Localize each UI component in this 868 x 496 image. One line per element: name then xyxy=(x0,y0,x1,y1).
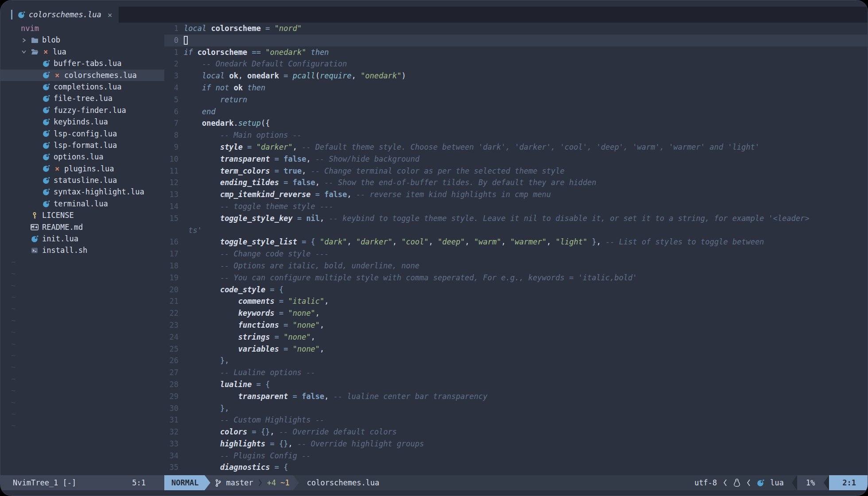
line-number: 4 xyxy=(164,82,184,94)
code-line[interactable]: 18 -- Options are italic, bold, underlin… xyxy=(164,260,868,272)
code-line[interactable]: 23 functions = "none", xyxy=(164,319,868,331)
tab-colorschemes[interactable]: colorschemes.lua × xyxy=(0,7,119,23)
tree-item-fuzzy-finder.lua[interactable]: fuzzy-finder.lua xyxy=(0,105,164,116)
chevron-right-icon[interactable] xyxy=(21,37,27,43)
line-number: 11 xyxy=(164,165,184,177)
code-line[interactable]: 16 toggle_style_list = { "dark", "darker… xyxy=(164,236,868,248)
code-line[interactable]: 24 strings = "none", xyxy=(164,331,868,343)
code-line[interactable]: 8 -- Main options -- xyxy=(164,129,868,141)
code-line-text: diagnostics = { xyxy=(184,461,868,473)
empty-line-tilde: ~ xyxy=(0,373,164,385)
code-line[interactable]: 26 }, xyxy=(164,355,868,367)
tree-item-options.lua[interactable]: options.lua xyxy=(0,151,164,163)
code-line[interactable]: 1if colorscheme == "onedark" then xyxy=(164,46,868,58)
code-line[interactable]: 10 transparent = false, -- Show/hide bac… xyxy=(164,153,868,165)
empty-line-tilde: ~ xyxy=(0,315,164,326)
empty-line-tilde: ~ xyxy=(0,338,164,350)
code-editor: 1local colorscheme = "nord"01if colorsch… xyxy=(164,23,868,475)
chevron-down-icon[interactable] xyxy=(21,49,27,55)
code-line[interactable]: 21 comments = "italic", xyxy=(164,295,868,307)
tree-item-syntax-highlight.lua[interactable]: syntax-highlight.lua xyxy=(0,186,164,198)
code-line[interactable]: 28 lualine = { xyxy=(164,379,868,391)
empty-line-tilde: ~ xyxy=(0,268,164,279)
code-line[interactable]: 29 transparent = false, -- lualine cente… xyxy=(164,391,868,403)
code-line-text: }, xyxy=(184,403,868,415)
tree-item-colorschemes.lua[interactable]: ×colorschemes.lua xyxy=(0,70,164,81)
line-number: 13 xyxy=(164,189,184,201)
code-line[interactable]: 3 local ok, onedark = pcall(require, "on… xyxy=(164,70,868,82)
lua-icon xyxy=(42,60,50,67)
line-number: 27 xyxy=(164,367,184,379)
line-number: 12 xyxy=(164,177,184,189)
lua-icon xyxy=(31,235,39,243)
code-line[interactable]: 9 style = "darker", -- Default theme sty… xyxy=(164,141,868,153)
tree-item-install.sh[interactable]: install.sh xyxy=(0,244,164,256)
line-number: 24 xyxy=(164,331,184,343)
tree-item-buffer-tabs.lua[interactable]: buffer-tabs.lua xyxy=(0,58,164,69)
code-line[interactable]: 30 }, xyxy=(164,403,868,415)
editor-cursor xyxy=(184,36,188,45)
code-line-text xyxy=(184,35,868,46)
tree-item-statusline.lua[interactable]: statusline.lua xyxy=(0,174,164,186)
line-number: 2 xyxy=(164,58,184,70)
tab-close-icon[interactable]: × xyxy=(108,10,112,19)
code-line[interactable]: 25 variables = "none", xyxy=(164,343,868,355)
code-line[interactable]: ts' xyxy=(164,225,868,236)
tree-item-plugins.lua[interactable]: ×plugins.lua xyxy=(0,163,164,174)
code-line-text: toggle_style_key = nil, -- keybind to to… xyxy=(184,213,868,225)
tree-item-lua[interactable]: ×lua xyxy=(0,46,164,58)
code-line-text: term_colors = true, -- Change terminal c… xyxy=(184,165,868,177)
code-line[interactable]: 33 highlights = {}, -- Override highligh… xyxy=(164,438,868,450)
empty-line-tilde: ~ xyxy=(0,361,164,373)
file-tree: nvimblob×luabuffer-tabs.lua×colorschemes… xyxy=(0,23,164,475)
code-line-text: style = "darker", -- Default theme style… xyxy=(184,141,868,153)
code-line[interactable]: 6 end xyxy=(164,106,868,118)
tree-item-keybinds.lua[interactable]: keybinds.lua xyxy=(0,116,164,128)
code-line[interactable]: 12 ending_tildes = false, -- Show the en… xyxy=(164,177,868,189)
tree-item-blob[interactable]: blob xyxy=(0,34,164,46)
line-number: 9 xyxy=(164,141,184,153)
line-number: 30 xyxy=(164,403,184,415)
code-line[interactable]: 34 -- Plugins Config -- xyxy=(164,450,868,462)
code-line[interactable]: 22 keywords = "none", xyxy=(164,307,868,319)
code-line[interactable]: 14 -- toggle theme style --- xyxy=(164,201,868,213)
code-line[interactable]: 15 toggle_style_key = nil, -- keybind to… xyxy=(164,213,868,225)
code-line[interactable]: 7 onedark.setup({ xyxy=(164,117,868,129)
tree-item-terminal.lua[interactable]: terminal.lua xyxy=(0,198,164,209)
code-line[interactable]: 5 return xyxy=(164,94,868,106)
tree-item-nvim[interactable]: nvim xyxy=(0,23,164,34)
code-line-text: -- Custom Highlights -- xyxy=(184,414,868,426)
code-line[interactable]: 4 if not ok then xyxy=(164,82,868,94)
code-line[interactable]: 32 colors = {}, -- Override default colo… xyxy=(164,426,868,438)
lua-icon xyxy=(42,188,50,196)
tree-item-label: statusline.lua xyxy=(54,174,117,186)
empty-line-tilde: ~ xyxy=(0,291,164,303)
tree-item-LICENSE[interactable]: LICENSE xyxy=(0,209,164,221)
code-line[interactable]: 27 -- Lualine options -- xyxy=(164,367,868,379)
tree-item-file-tree.lua[interactable]: file-tree.lua xyxy=(0,93,164,104)
code-line[interactable]: 1local colorscheme = "nord" xyxy=(164,23,868,35)
code-line[interactable]: 17 -- Change code style --- xyxy=(164,248,868,260)
chevron-left-icon xyxy=(746,478,751,487)
code-line[interactable]: 35 diagnostics = { xyxy=(164,461,868,473)
code-line[interactable]: 20 code_style = { xyxy=(164,284,868,296)
tree-item-lsp-format.lua[interactable]: lsp-format.lua xyxy=(0,140,164,151)
powerline-wedge xyxy=(792,475,797,490)
code-line-text: local ok, onedark = pcall(require, "oned… xyxy=(184,70,868,82)
code-line[interactable]: 19 -- You can configure multiple style w… xyxy=(164,272,868,284)
tree-item-init.lua[interactable]: init.lua xyxy=(0,233,164,244)
code-line[interactable]: 0 xyxy=(164,35,868,46)
code-line[interactable]: 13 cmp_itemkind_reverse = false, -- reve… xyxy=(164,189,868,201)
code-line-text: -- Change code style --- xyxy=(184,248,868,260)
tree-item-completions.lua[interactable]: completions.lua xyxy=(0,81,164,93)
lua-icon xyxy=(42,142,50,149)
tree-item-label: completions.lua xyxy=(54,81,122,93)
code-line[interactable]: 11 term_colors = true, -- Change termina… xyxy=(164,165,868,177)
tree-item-lsp-config.lua[interactable]: lsp-config.lua xyxy=(0,128,164,140)
tree-item-label: install.sh xyxy=(42,244,87,256)
line-number: 22 xyxy=(164,307,184,319)
code-line[interactable]: 31 -- Custom Highlights -- xyxy=(164,414,868,426)
code-line[interactable]: 2 -- Onedark Default Configuration xyxy=(164,58,868,70)
tree-item-README.md[interactable]: README.md xyxy=(0,221,164,233)
folder-open-icon xyxy=(31,48,39,55)
